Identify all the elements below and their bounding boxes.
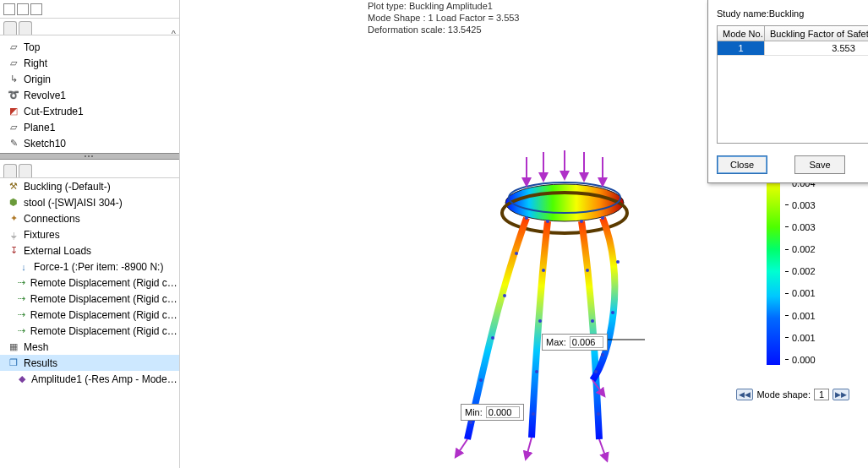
sim-tree-tab-strip (0, 161, 179, 178)
legend-tick: 0.000 (785, 355, 816, 365)
svg-line-9 (527, 438, 532, 456)
legend-tick: 0.003 (785, 222, 816, 232)
svg-point-24 (586, 269, 589, 272)
tree-item-label: Plane1 (24, 122, 55, 133)
tab-sim-other[interactable] (19, 164, 32, 177)
svg-point-19 (542, 269, 545, 272)
svg-line-8 (457, 439, 467, 454)
tree-item-right[interactable]: ▱ Right (0, 55, 179, 71)
legend-tick: 0.002 (785, 266, 816, 276)
tree-item-force1[interactable]: ↓ Force-1 (:Per item: -8900 N:) (0, 258, 179, 275)
results-icon: ❐ (7, 357, 20, 369)
tree-item-remote-disp-3[interactable]: ⇢ Remote Displacement (Rigid connection)… (0, 307, 179, 323)
connections-icon: ✦ (7, 213, 20, 225)
mode-shape-prev-button[interactable]: ◀◀ (736, 389, 753, 400)
part-icon: ⬢ (7, 197, 20, 209)
scroll-up-arrow[interactable]: ^ (172, 29, 176, 39)
close-button[interactable]: Close (717, 155, 767, 174)
tree-item-sketch10[interactable]: ✎ Sketch10 (0, 135, 179, 151)
mode-shape-value[interactable] (814, 389, 829, 400)
plot-info-line: Plot type: Buckling Amplitude1 (368, 0, 520, 12)
tree-item-label: Remote Displacement (Rigid connection)-2… (30, 293, 179, 305)
tree-item-revolve1[interactable]: ➰ Revolve1 (0, 87, 179, 103)
svg-point-27 (597, 412, 600, 416)
plane-icon: ▱ (7, 122, 20, 133)
sketch-icon: ✎ (7, 138, 20, 150)
tab-property-mgr[interactable] (19, 21, 32, 35)
mode-shape-stepper: ◀◀ Mode shape: ▶▶ (736, 389, 849, 400)
tree-item-origin[interactable]: ↳ Origin (0, 71, 179, 87)
col-header-fos[interactable]: Buckling Factor of Safety (765, 26, 868, 41)
tree-item-fixtures[interactable]: ⏚ Fixtures (0, 226, 179, 242)
tree-item-label: Right (24, 57, 47, 69)
tree-item-label: Amplitude1 (-Res Amp - Mode Shape 1-) (31, 373, 179, 385)
tree-item-stool-part[interactable]: ⬢ stool (-[SW]AISI 304-) (0, 194, 179, 210)
tree-item-mesh[interactable]: ▦ Mesh (0, 339, 179, 355)
dialog-table-header: Mode No. Buckling Factor of Safety (718, 26, 868, 41)
legend-tick: 0.002 (785, 244, 816, 254)
tree-item-label: Results (24, 357, 57, 369)
svg-point-12 (525, 216, 528, 220)
plot-info-line: Mode Shape : 1 Load Factor = 3.553 (368, 12, 520, 24)
tree-item-label: Sketch10 (24, 138, 66, 150)
table-row[interactable]: 1 3.553 (718, 41, 868, 56)
tree-item-cut-extrude1[interactable]: ◩ Cut-Extrude1 (0, 103, 179, 119)
displacement-icon: ⇢ (17, 277, 27, 289)
feature-manager-panel: ^ ▱ Top ▱ Right ↳ Origin ➰ Revolve1 ◩ Cu… (0, 0, 180, 468)
tree-item-buckling-study[interactable]: ⚒ Buckling (-Default-) (0, 178, 179, 194)
mode-shape-label: Mode shape: (756, 389, 811, 400)
amplitude-icon: ◆ (17, 373, 28, 385)
mode-list-dialog: Study name:Buckling Mode No. Buckling Fa… (707, 0, 868, 183)
origin-icon: ↳ (7, 73, 20, 85)
tree-item-results[interactable]: ❐ Results (0, 355, 179, 371)
save-button[interactable]: Save (794, 155, 845, 174)
force-icon: ↓ (17, 261, 30, 273)
feature-tree-header (0, 0, 179, 19)
tree-item-plane1[interactable]: ▱ Plane1 (0, 119, 179, 135)
svg-point-28 (601, 216, 604, 220)
tree-item-amplitude1[interactable]: ◆ Amplitude1 (-Res Amp - Mode Shape 1-) (0, 371, 179, 387)
displacement-icon: ⇢ (17, 293, 27, 305)
min-callout: Min: (461, 404, 524, 421)
tree-item-label: Remote Displacement (Rigid connection)-4… (30, 325, 179, 337)
tree-item-label: Force-1 (:Per item: -8900 N:) (34, 261, 163, 273)
tree-item-label: stool (-[SW]AISI 304-) (24, 197, 123, 209)
tree-item-remote-disp-1[interactable]: ⇢ Remote Displacement (Rigid connection)… (0, 275, 179, 291)
min-value-field[interactable] (486, 406, 520, 418)
tree-item-label: Origin (24, 73, 51, 85)
max-callout: Max: (542, 334, 608, 351)
tab-sim-study[interactable] (3, 164, 17, 177)
tab-feature-tree[interactable] (3, 21, 17, 35)
revolve-icon: ➰ (7, 90, 20, 101)
svg-point-18 (546, 220, 549, 223)
svg-point-17 (469, 421, 472, 424)
legend-tick: 0.001 (785, 333, 816, 343)
tree-item-label: Buckling (-Default-) (24, 181, 111, 193)
svg-point-23 (580, 220, 583, 223)
mode-shape-next-button[interactable]: ▶▶ (833, 389, 849, 400)
study-icon: ⚒ (7, 181, 20, 193)
loads-icon: ↧ (7, 245, 20, 257)
tree-item-external-loads[interactable]: ↧ External Loads (0, 242, 179, 258)
max-value-field[interactable] (570, 336, 603, 348)
tree-item-connections[interactable]: ✦ Connections (0, 210, 179, 226)
tree-item-label: Mesh (24, 341, 48, 353)
tree-item-top[interactable]: ▱ Top (0, 39, 179, 55)
panel-split-handle[interactable] (0, 153, 179, 160)
svg-point-22 (532, 412, 535, 416)
svg-point-29 (616, 260, 620, 264)
min-label: Min: (465, 407, 483, 417)
tree-item-remote-disp-4[interactable]: ⇢ Remote Displacement (Rigid connection)… (0, 323, 179, 339)
dialog-button-row: Close Save Help (717, 155, 868, 174)
header-icon (3, 3, 15, 15)
plot-info-line: Deformation scale: 13.5425 (368, 24, 520, 35)
svg-point-20 (538, 319, 542, 323)
tree-item-label: External Loads (24, 245, 91, 257)
tree-item-remote-disp-2[interactable]: ⇢ Remote Displacement (Rigid connection)… (0, 291, 179, 307)
graphics-viewport[interactable]: Plot type: Buckling Amplitude1 Mode Shap… (180, 0, 868, 468)
col-header-mode-no[interactable]: Mode No. (718, 26, 765, 41)
feature-tree-tab-strip (0, 19, 179, 35)
cell-mode-no: 1 (718, 41, 765, 55)
max-label: Max: (546, 337, 566, 347)
simulation-tree: ⚒ Buckling (-Default-) ⬢ stool (-[SW]AIS… (0, 178, 179, 387)
